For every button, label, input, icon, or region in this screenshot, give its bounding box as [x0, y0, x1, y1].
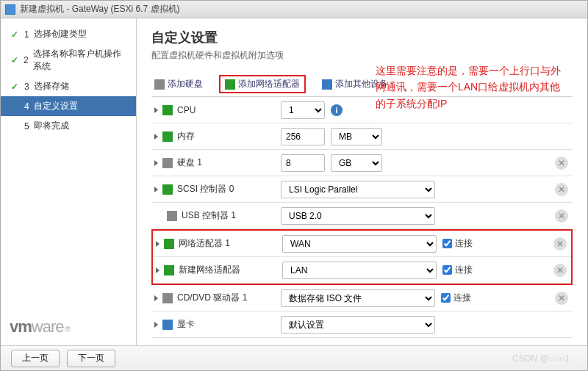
step-create-type[interactable]: 1 选择创建类型 [1, 24, 136, 44]
wizard-steps: 1 选择创建类型 2 选择名称和客户机操作系统 3 选择存储 4 自定义设置 5 [1, 18, 136, 309]
back-button[interactable]: 上一页 [11, 350, 60, 367]
page-subtitle: 配置虚拟机硬件和虚拟机附加选项 [151, 49, 573, 62]
row-disk1: 硬盘 1 GB ✕ [151, 150, 573, 176]
expand-icon[interactable] [154, 160, 158, 166]
video-card-icon [162, 320, 173, 330]
wizard-sidebar: 1 选择创建类型 2 选择名称和客户机操作系统 3 选择存储 4 自定义设置 5 [1, 18, 137, 345]
window-title: 新建虚拟机 - GateWay (ESXi 6.7 虚拟机) [20, 3, 180, 15]
network-adapter-icon [164, 265, 174, 275]
nic-new-connect-checkbox[interactable]: 连接 [442, 264, 473, 276]
memory-size-input[interactable] [281, 128, 325, 145]
remove-icon[interactable]: ✕ [553, 264, 567, 277]
expand-icon[interactable] [156, 267, 159, 273]
hard-disk-icon [162, 158, 173, 168]
add-disk-button[interactable]: 添加硬盘 [151, 76, 206, 92]
info-icon[interactable]: i [331, 104, 343, 116]
expand-icon[interactable] [154, 187, 158, 192]
step-finish[interactable]: 5 即将完成 [1, 116, 136, 136]
row-memory: 内存 MB [151, 123, 573, 150]
scsi-icon [162, 184, 173, 195]
vm-icon [5, 4, 15, 15]
hard-disk-icon [154, 79, 165, 90]
remove-icon[interactable]: ✕ [555, 183, 568, 196]
nic-new-network-select[interactable]: LAN [282, 262, 437, 279]
expand-icon[interactable] [154, 295, 158, 301]
row-usb1: USB 控制器 1 USB 2.0 ✕ [151, 203, 573, 229]
cpu-icon [162, 105, 173, 115]
content-panel: 自定义设置 配置虚拟机硬件和虚拟机附加选项 添加硬盘 添加网络适配器 添加其他设… [137, 18, 587, 345]
cd-connect-checkbox[interactable]: 连接 [441, 292, 471, 304]
expand-icon[interactable] [156, 241, 159, 247]
cpu-count-select[interactable]: 1 [281, 101, 325, 119]
add-other-device-button[interactable]: 添加其他设备 [319, 76, 391, 92]
scsi-type-select[interactable]: LSI Logic Parallel [281, 181, 435, 198]
network-adapter-icon [164, 239, 174, 249]
network-adapter-icon [225, 79, 235, 90]
nic-highlight-box: 网络适配器 1 WAN 连接 ✕ [151, 229, 573, 285]
row-video: 显卡 默认设置 [151, 311, 573, 338]
vmware-logo: vmware® [1, 309, 136, 345]
nic1-network-select[interactable]: WAN [282, 235, 437, 253]
dialog-window: 新建虚拟机 - GateWay (ESXi 6.7 虚拟机) 1 选择创建类型 … [0, 0, 588, 371]
expand-icon[interactable] [154, 134, 158, 140]
usb-icon [167, 211, 177, 221]
row-nic-new: 新建网络适配器 LAN 连接 ✕ [153, 257, 571, 284]
expand-icon[interactable] [154, 107, 158, 113]
disk-size-input[interactable] [281, 154, 325, 172]
cd-source-select[interactable]: 数据存储 ISO 文件 [281, 289, 435, 307]
remove-icon[interactable]: ✕ [555, 292, 568, 305]
memory-unit-select[interactable]: MB [331, 128, 382, 145]
dialog-body: 1 选择创建类型 2 选择名称和客户机操作系统 3 选择存储 4 自定义设置 5 [1, 18, 587, 345]
disk-unit-select[interactable]: GB [331, 154, 382, 172]
remove-icon[interactable]: ✕ [555, 156, 568, 170]
step-customize[interactable]: 4 自定义设置 [1, 96, 136, 116]
cd-dvd-icon [162, 293, 173, 303]
watermark: CSDN @○○○1 [512, 353, 570, 364]
step-name-os[interactable]: 2 选择名称和客户机操作系统 [1, 44, 136, 76]
expand-icon[interactable] [154, 322, 158, 328]
usb-type-select[interactable]: USB 2.0 [281, 207, 435, 225]
hardware-toolbar: 添加硬盘 添加网络适配器 添加其他设备 [151, 72, 573, 97]
add-nic-button[interactable]: 添加网络适配器 [219, 75, 306, 93]
hardware-grid: CPU 1 i 内存 MB [151, 97, 573, 341]
step-storage[interactable]: 3 选择存储 [1, 76, 136, 96]
dialog-footer: 上一页 下一页 CSDN @○○○1 [1, 345, 587, 370]
video-setting-select[interactable]: 默认设置 [281, 316, 435, 334]
titlebar: 新建虚拟机 - GateWay (ESXi 6.7 虚拟机) [1, 1, 587, 18]
memory-icon [162, 132, 173, 142]
row-cpu: CPU 1 i [151, 97, 573, 123]
row-cd1: CD/DVD 驱动器 1 数据存储 ISO 文件 连接 ✕ [151, 285, 573, 311]
page-title: 自定义设置 [151, 29, 573, 46]
device-icon [322, 79, 332, 90]
next-button[interactable]: 下一页 [67, 350, 115, 367]
nic1-connect-checkbox[interactable]: 连接 [442, 237, 473, 250]
remove-icon[interactable]: ✕ [553, 237, 567, 251]
row-nic1: 网络适配器 1 WAN 连接 ✕ [153, 231, 571, 257]
remove-icon[interactable]: ✕ [555, 209, 568, 223]
row-scsi0: SCSI 控制器 0 LSI Logic Parallel ✕ [151, 176, 573, 203]
